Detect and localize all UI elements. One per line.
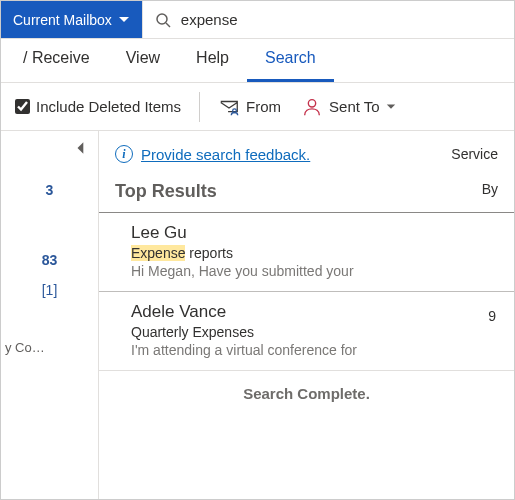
sent-to-filter-button[interactable]: Sent To — [293, 90, 404, 124]
include-deleted-label: Include Deleted Items — [36, 98, 181, 115]
from-label: From — [246, 98, 281, 115]
results-pane: i Provide search feedback. Service Top R… — [99, 131, 514, 499]
tab-help[interactable]: Help — [178, 39, 247, 82]
info-icon: i — [115, 145, 133, 163]
search-icon — [155, 12, 171, 28]
chevron-down-icon — [118, 14, 130, 26]
search-scope-dropdown[interactable]: Current Mailbox — [1, 1, 142, 38]
search-input[interactable] — [181, 11, 502, 28]
from-filter-button[interactable]: From — [210, 90, 289, 124]
sidebar-count-3[interactable]: [1] — [1, 282, 98, 312]
svg-point-3 — [308, 99, 315, 106]
tab-send-receive[interactable]: / Receive — [5, 39, 108, 82]
chevron-down-icon — [386, 102, 396, 112]
folder-sidebar: 3 83 [1] y Co… — [1, 131, 99, 499]
search-box[interactable] — [142, 1, 514, 38]
include-deleted-toggle[interactable]: Include Deleted Items — [7, 92, 189, 121]
svg-point-0 — [157, 14, 167, 24]
result-sender: Lee Gu — [131, 223, 496, 243]
result-meta: 9 — [488, 302, 496, 324]
search-scope-label: Current Mailbox — [13, 12, 112, 28]
sent-to-label: Sent To — [329, 98, 380, 115]
highlight: Expense — [131, 245, 185, 261]
tab-view[interactable]: View — [108, 39, 178, 82]
search-result-item[interactable]: Adele Vance Quarterly Expenses I'm atten… — [99, 292, 514, 371]
sidebar-collapse-button[interactable] — [1, 137, 98, 168]
sidebar-count-1[interactable]: 3 — [1, 168, 98, 212]
ribbon-tabs: / Receive View Help Search — [1, 39, 514, 83]
search-complete-label: Search Complete. — [99, 371, 514, 416]
result-sender: Adele Vance — [131, 302, 357, 322]
include-deleted-checkbox[interactable] — [15, 99, 30, 114]
sidebar-count-2[interactable]: 83 — [1, 238, 98, 282]
person-icon — [301, 96, 323, 118]
result-preview: I'm attending a virtual conference for — [131, 342, 357, 358]
service-label: Service — [451, 146, 498, 162]
svg-line-1 — [166, 23, 170, 27]
ribbon: Include Deleted Items From Sent To — [1, 83, 514, 131]
search-result-item[interactable]: Lee Gu Expense reports Hi Megan, Have yo… — [99, 212, 514, 292]
chevron-left-icon — [74, 141, 88, 155]
sidebar-category-label[interactable]: y Co… — [1, 332, 98, 363]
result-subject: Quarterly Expenses — [131, 324, 357, 340]
sort-by-label[interactable]: By — [482, 181, 498, 202]
tab-search[interactable]: Search — [247, 39, 334, 82]
envelope-person-icon — [218, 96, 240, 118]
ribbon-separator — [199, 92, 200, 122]
result-subject: Expense reports — [131, 245, 496, 261]
top-results-heading: Top Results — [115, 181, 217, 202]
result-preview: Hi Megan, Have you submitted your — [131, 263, 496, 279]
search-feedback-link[interactable]: Provide search feedback. — [141, 146, 310, 163]
